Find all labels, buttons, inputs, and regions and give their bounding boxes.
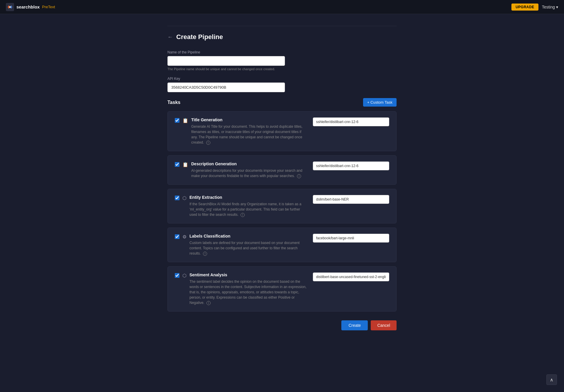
chevron-down-icon: ▾ (556, 5, 558, 9)
task-left: 📋 Description Generation AI-generated de… (175, 161, 307, 179)
task-checkbox-entity-extraction[interactable] (175, 196, 179, 200)
task-info-description-generation: Description Generation AI-generated desc… (191, 161, 307, 179)
info-icon-title-generation[interactable]: i (206, 141, 210, 145)
task-info-entity-extraction: Entity Extraction If the SearchBlox AI M… (189, 195, 307, 217)
task-info-title-generation: Title Generation Generate AI Title for y… (191, 117, 307, 145)
scroll-to-top-button[interactable]: ∧ (546, 374, 557, 385)
pipeline-name-group: Name of the Pipeline The Pipeline name s… (167, 50, 397, 71)
info-icon-entity-extraction[interactable]: i (241, 213, 245, 217)
task-icon-labels-classification: ⚙ (182, 234, 187, 240)
task-desc-labels-classification: Custom labels are defined for your docum… (189, 240, 307, 256)
tasks-list: 📋 Title Generation Generate AI Title for… (167, 111, 397, 312)
create-button[interactable]: Create (341, 320, 368, 330)
header-right: UPGRADE Testing ▾ (511, 4, 558, 11)
header-divider (167, 26, 397, 26)
main-content: ← Create Pipeline Name of the Pipeline T… (162, 14, 402, 360)
custom-task-button[interactable]: + Custom Task (363, 98, 397, 107)
pipeline-name-hint: The Pipeline name should be unique and c… (167, 67, 397, 71)
task-name-title-generation: Title Generation (191, 117, 307, 122)
task-card-sentiment-analysis: ⬡ Sentiment Analysis The sentiment label… (167, 266, 397, 312)
user-menu[interactable]: Testing ▾ (542, 5, 558, 9)
task-icon-description-generation: 📋 (182, 162, 188, 167)
tasks-header: Tasks + Custom Task (167, 98, 397, 107)
task-model-input-description-generation[interactable] (313, 161, 389, 170)
cancel-button[interactable]: Cancel (371, 320, 397, 330)
task-left: ⚙ Labels Classification Custom labels ar… (175, 234, 307, 256)
info-icon-labels-classification[interactable]: i (203, 252, 207, 256)
task-model-input-entity-extraction[interactable] (313, 195, 389, 204)
task-icon-entity-extraction: ⬡ (182, 195, 187, 201)
task-checkbox-description-generation[interactable] (175, 162, 179, 167)
task-model-input-title-generation[interactable] (313, 117, 389, 126)
task-info-labels-classification: Labels Classification Custom labels are … (189, 234, 307, 256)
api-key-label: API Key (167, 77, 397, 81)
header: searchblox PreText UPGRADE Testing ▾ (0, 0, 564, 14)
task-name-sentiment-analysis: Sentiment Analysis (189, 272, 307, 277)
task-name-entity-extraction: Entity Extraction (189, 195, 307, 200)
chevron-up-icon: ∧ (550, 377, 553, 383)
task-icon-sentiment-analysis: ⬡ (182, 273, 187, 278)
task-desc-title-generation: Generate AI Title for your document. Thi… (191, 124, 307, 145)
task-model-input-sentiment-analysis[interactable] (313, 272, 389, 281)
task-left: ⬡ Sentiment Analysis The sentiment label… (175, 272, 307, 305)
task-checkbox-sentiment-analysis[interactable] (175, 273, 179, 278)
info-icon-description-generation[interactable]: i (297, 174, 301, 178)
task-icon-title-generation: 📋 (182, 118, 188, 123)
task-card-entity-extraction: ⬡ Entity Extraction If the SearchBlox AI… (167, 189, 397, 223)
task-name-description-generation: Description Generation (191, 161, 307, 166)
task-desc-entity-extraction: If the SearchBlox AI Model finds any Org… (189, 201, 307, 217)
task-desc-sentiment-analysis: The sentiment label decides the opinion … (189, 279, 307, 305)
task-card-labels-classification: ⚙ Labels Classification Custom labels ar… (167, 228, 397, 262)
searchblox-logo-icon (6, 3, 14, 11)
task-right-entity-extraction (313, 195, 389, 204)
task-right-labels-classification (313, 234, 389, 243)
task-left: 📋 Title Generation Generate AI Title for… (175, 117, 307, 145)
task-card-description-generation: 📋 Description Generation AI-generated de… (167, 155, 397, 185)
task-info-sentiment-analysis: Sentiment Analysis The sentiment label d… (189, 272, 307, 305)
task-checkbox-title-generation[interactable] (175, 118, 179, 123)
pipeline-name-input[interactable] (167, 56, 285, 66)
upgrade-button[interactable]: UPGRADE (511, 4, 538, 11)
api-key-input[interactable] (167, 83, 285, 92)
pretext-badge: PreText (42, 5, 55, 9)
task-left: ⬡ Entity Extraction If the SearchBlox AI… (175, 195, 307, 217)
page-title-row: ← Create Pipeline (167, 33, 397, 41)
back-button[interactable]: ← (167, 34, 173, 40)
pipeline-name-label: Name of the Pipeline (167, 50, 397, 54)
bottom-actions: Create Cancel (167, 320, 397, 330)
page-title: Create Pipeline (176, 33, 223, 41)
task-name-labels-classification: Labels Classification (189, 234, 307, 238)
task-model-input-labels-classification[interactable] (313, 234, 389, 243)
api-key-group: API Key (167, 77, 397, 92)
tasks-section-title: Tasks (167, 100, 180, 105)
svg-point-1 (9, 6, 11, 8)
info-icon-sentiment-analysis[interactable]: i (207, 301, 211, 305)
task-right-sentiment-analysis (313, 272, 389, 281)
task-right-title-generation (313, 117, 389, 126)
brand-name: searchblox (16, 4, 40, 9)
task-checkbox-labels-classification[interactable] (175, 234, 179, 239)
header-left: searchblox PreText (6, 3, 55, 11)
task-card-title-generation: 📋 Title Generation Generate AI Title for… (167, 111, 397, 151)
task-right-description-generation (313, 161, 389, 170)
task-desc-description-generation: AI-generated descriptions for your docum… (191, 168, 307, 179)
